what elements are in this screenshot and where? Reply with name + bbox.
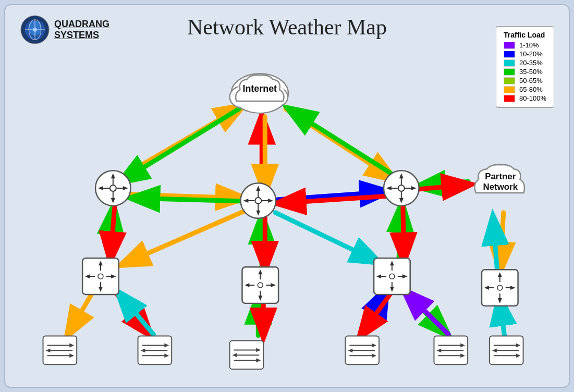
svg-point-86 <box>98 274 103 279</box>
network-diagram: Internet Partner Network <box>5 5 569 387</box>
svg-line-34 <box>405 291 449 335</box>
switch-right <box>374 258 410 295</box>
svg-line-28 <box>119 293 154 335</box>
end-device-lc <box>138 336 172 365</box>
end-device-pr <box>490 336 523 365</box>
svg-point-116 <box>497 285 503 290</box>
svg-point-56 <box>110 185 116 191</box>
main-container: Network Weather Map QUADRANG SYSTEMS Tra… <box>4 4 570 388</box>
svg-text:Internet: Internet <box>242 83 277 94</box>
svg-point-96 <box>258 283 263 288</box>
end-device-rr <box>434 336 468 365</box>
svg-line-25 <box>493 218 497 272</box>
internet-cloud: Internet <box>230 74 288 113</box>
router-left <box>95 170 131 206</box>
switch-center <box>242 267 278 303</box>
svg-point-106 <box>389 274 395 279</box>
svg-line-23 <box>275 213 378 262</box>
router-center <box>240 183 276 218</box>
svg-line-5 <box>121 109 239 181</box>
end-device-cl <box>230 340 264 369</box>
svg-line-11 <box>132 198 245 201</box>
switch-left <box>82 258 119 295</box>
svg-line-33 <box>360 289 394 336</box>
end-device-ll <box>43 336 77 365</box>
svg-line-22 <box>123 210 247 264</box>
svg-line-21 <box>403 205 404 260</box>
svg-text:Partner: Partner <box>485 172 516 181</box>
svg-line-9 <box>289 109 396 176</box>
svg-line-26 <box>68 290 94 335</box>
partner-cloud: Partner Network <box>474 165 524 193</box>
svg-text:Network: Network <box>483 182 518 192</box>
end-device-rl <box>345 336 379 365</box>
svg-line-24 <box>500 213 504 270</box>
svg-point-76 <box>398 185 405 191</box>
switch-partner <box>482 270 518 306</box>
svg-point-66 <box>255 198 261 204</box>
router-right <box>384 170 419 206</box>
